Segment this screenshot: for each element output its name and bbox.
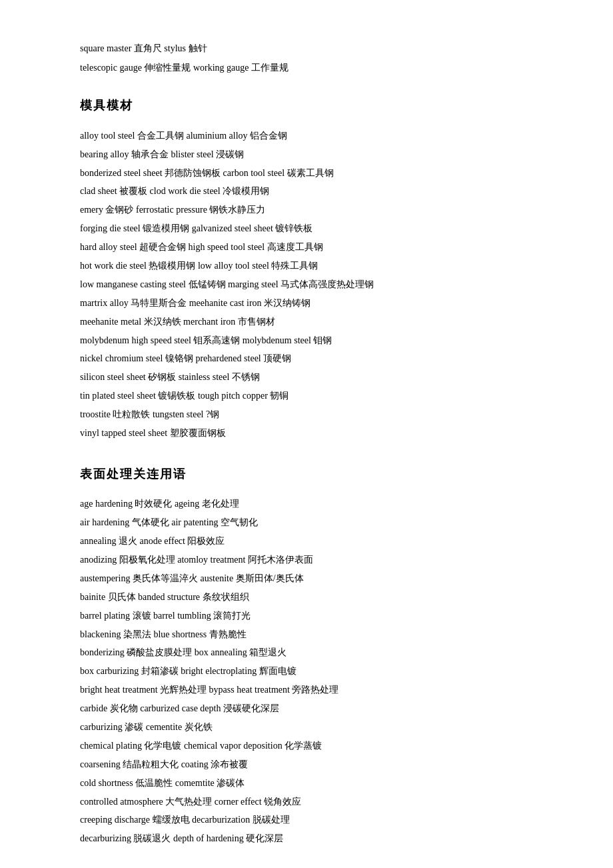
- section-2-line-17: creeping discharge 蠕缓放电 decarburization …: [80, 811, 533, 829]
- section-1-heading: 模具模材: [80, 95, 533, 116]
- section-1-line-8: low manganese casting steel 低锰铸钢 marging…: [80, 276, 533, 293]
- section-1: 模具模材 alloy tool steel 合金工具钢 aluminium al…: [80, 95, 533, 442]
- section-2: 表面处理关连用语 age hardening 时效硬化 ageing 老化处理a…: [80, 463, 533, 847]
- section-2-line-7: blackening 染黑法 blue shortness 青熟脆性: [80, 626, 533, 643]
- section-2-line-6: barrel plating 滚镀 barrel tumbling 滚筒打光: [80, 607, 533, 625]
- section-1-line-3: clad sheet 被覆板 clod work die steel 冷锻模用钢: [80, 183, 533, 200]
- section-1-line-5: forging die steel 锻造模用钢 galvanized steel…: [80, 220, 533, 237]
- section-1-line-4: emery 金钢砂 ferrostatic pressure 钢铁水静压力: [80, 201, 533, 219]
- section-2-line-15: cold shortness 低温脆性 comemtite 渗碳体: [80, 775, 533, 792]
- section-2-line-1: air hardening 气体硬化 air patenting 空气韧化: [80, 514, 533, 531]
- section-2-line-5: bainite 贝氏体 banded structure 条纹状组织: [80, 589, 533, 606]
- section-1-line-7: hot work die steel 热锻模用钢 low alloy tool …: [80, 257, 533, 275]
- section-2-line-16: controlled atmosphere 大气热处理 corner effec…: [80, 793, 533, 811]
- section-1-line-15: troostite 吐粒散铁 tungsten steel ?钢: [80, 406, 533, 423]
- section-1-line-14: tin plated steel sheet 镀锡铁板 tough pitch …: [80, 387, 533, 405]
- section-1-line-11: molybdenum high speed steel 钼系高速钢 molybd…: [80, 332, 533, 349]
- intro-line-2: telescopic gauge 伸缩性量规 working gauge 工作量…: [80, 59, 533, 76]
- section-1-line-13: silicon steel sheet 矽钢板 stainless steel …: [80, 369, 533, 386]
- section-2-line-12: carburizing 渗碳 cementite 炭化铁: [80, 719, 533, 736]
- section-1-line-6: hard alloy steel 超硬合金钢 high speed tool s…: [80, 239, 533, 256]
- section-2-content: age hardening 时效硬化 ageing 老化处理air harden…: [80, 495, 533, 847]
- section-1-line-9: martrix alloy 马特里斯合金 meehanite cast iron…: [80, 295, 533, 312]
- section-1-line-12: nickel chromium steel 镍铬钢 prehardened st…: [80, 350, 533, 367]
- section-1-content: alloy tool steel 合金工具钢 aluminium alloy 铝…: [80, 127, 533, 442]
- section-2-line-9: box carburizing 封箱渗碳 bright electroplati…: [80, 663, 533, 680]
- section-2-line-8: bonderizing 磷酸盐皮膜处理 box annealing 箱型退火: [80, 644, 533, 661]
- section-2-line-3: anodizing 阳极氧化处理 atomloy treatment 阿托木洛伊…: [80, 551, 533, 569]
- section-2-line-10: bright heat treatment 光辉热处理 bypass heat …: [80, 681, 533, 699]
- section-1-line-0: alloy tool steel 合金工具钢 aluminium alloy 铝…: [80, 127, 533, 145]
- section-2-line-0: age hardening 时效硬化 ageing 老化处理: [80, 495, 533, 513]
- section-2-line-14: coarsening 结晶粒粗大化 coating 涂布被覆: [80, 756, 533, 773]
- section-2-line-18: decarburizing 脱碳退火 depth of hardening 硬化…: [80, 830, 533, 847]
- section-1-line-16: vinyl tapped steel sheet 塑胶覆面钢板: [80, 425, 533, 442]
- section-2-line-11: carbide 炭化物 carburized case depth 浸碳硬化深层: [80, 700, 533, 717]
- intro-section: square master 直角尺 stylus 触针 telescopic g…: [80, 40, 533, 76]
- section-2-line-13: chemical plating 化学电镀 chemical vapor dep…: [80, 737, 533, 755]
- section-1-line-1: bearing alloy 轴承合金 blister steel 浸碳钢: [80, 146, 533, 163]
- section-2-line-4: austempering 奥氏体等温淬火 austenite 奥斯田体/奥氏体: [80, 570, 533, 587]
- section-2-heading: 表面处理关连用语: [80, 463, 533, 485]
- intro-line-1: square master 直角尺 stylus 触针: [80, 40, 533, 57]
- section-1-line-2: bonderized steel sheet 邦德防蚀钢板 carbon too…: [80, 165, 533, 182]
- section-1-line-10: meehanite metal 米汉纳铁 merchant iron 市售钢材: [80, 313, 533, 331]
- section-2-line-2: annealing 退火 anode effect 阳极效应: [80, 533, 533, 550]
